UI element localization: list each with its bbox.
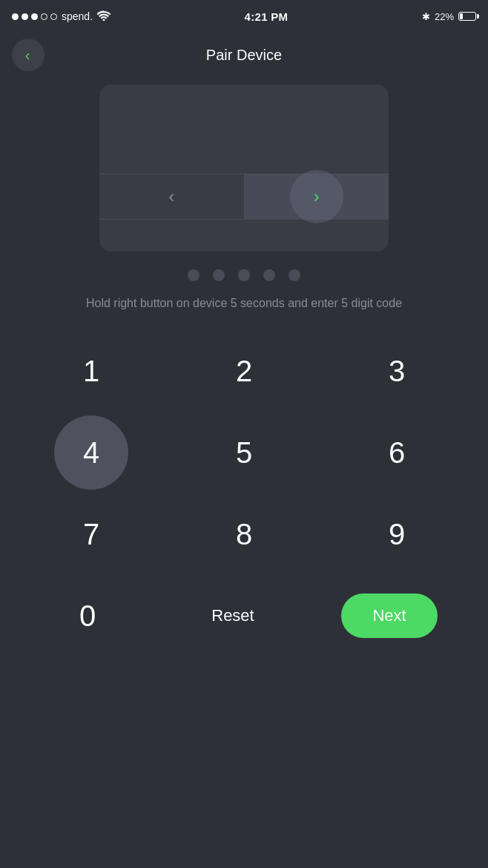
chevron-left-icon: ‹: [168, 186, 174, 207]
page-title: Pair Device: [206, 47, 282, 64]
status-left: spend.: [12, 10, 111, 23]
numpad-row-1: 1 2 3: [15, 330, 473, 412]
signal-dot-3: [31, 13, 38, 20]
battery-fill: [460, 13, 463, 19]
numpad-key-9[interactable]: 9: [360, 497, 434, 571]
back-chevron-icon: ‹: [25, 47, 30, 62]
carousel-card: ‹ ›: [99, 85, 389, 251]
carousel-next-button[interactable]: ›: [245, 174, 389, 219]
numpad-key-7[interactable]: 7: [54, 497, 128, 571]
reset-button[interactable]: Reset: [196, 579, 270, 653]
header: ‹ Pair Device: [0, 33, 488, 77]
indicator-dot-4: [263, 269, 275, 281]
carrier-label: spend.: [62, 10, 93, 22]
numpad-key-6[interactable]: 6: [360, 415, 434, 490]
back-button[interactable]: ‹: [12, 39, 44, 71]
carousel-nav: ‹ ›: [99, 174, 389, 219]
signal-dot-1: [12, 13, 19, 20]
chevron-right-icon: ›: [314, 186, 320, 207]
bluetooth-icon: ✱: [422, 11, 430, 22]
status-time: 4:21 PM: [245, 10, 288, 23]
carousel-bottom-bar: [99, 219, 389, 251]
numpad-key-5[interactable]: 5: [207, 415, 281, 490]
numpad-key-1[interactable]: 1: [54, 334, 128, 408]
signal-dot-2: [22, 13, 28, 20]
indicator-dot-5: [288, 269, 300, 281]
battery-percentage: 22%: [435, 11, 454, 22]
carousel-prev-button[interactable]: ‹: [99, 174, 245, 219]
battery-icon: [458, 12, 476, 21]
signal-dot-4: [41, 13, 47, 20]
numpad-key-8[interactable]: 8: [207, 497, 281, 571]
indicator-dot-1: [188, 269, 200, 281]
numpad-row-4: 0 Reset Next: [15, 575, 473, 657]
instruction-text: Hold right button on device 5 seconds an…: [30, 295, 458, 312]
indicator-dot-2: [213, 269, 225, 281]
wifi-icon: [97, 10, 111, 23]
status-right: ✱ 22%: [422, 11, 476, 22]
numpad-key-0[interactable]: 0: [50, 579, 125, 653]
numpad-key-4[interactable]: 4: [54, 415, 128, 490]
signal-dots: [12, 13, 57, 20]
carousel-area: ‹ ›: [0, 77, 488, 251]
signal-dot-5: [50, 13, 57, 20]
numpad-row-2: 4 5 6: [15, 412, 473, 493]
status-bar: spend. 4:21 PM ✱ 22%: [0, 0, 488, 33]
carousel-image-area: [99, 85, 389, 174]
numpad-key-2[interactable]: 2: [207, 334, 281, 408]
numpad-row-3: 7 8 9: [15, 493, 473, 575]
indicator-dot-3: [238, 269, 250, 281]
numpad-key-3[interactable]: 3: [360, 334, 434, 408]
page-indicator: [0, 269, 488, 281]
numpad: 1 2 3 4 5 6 7 8 9 0 Reset Next: [0, 330, 488, 657]
next-button[interactable]: Next: [341, 594, 438, 638]
